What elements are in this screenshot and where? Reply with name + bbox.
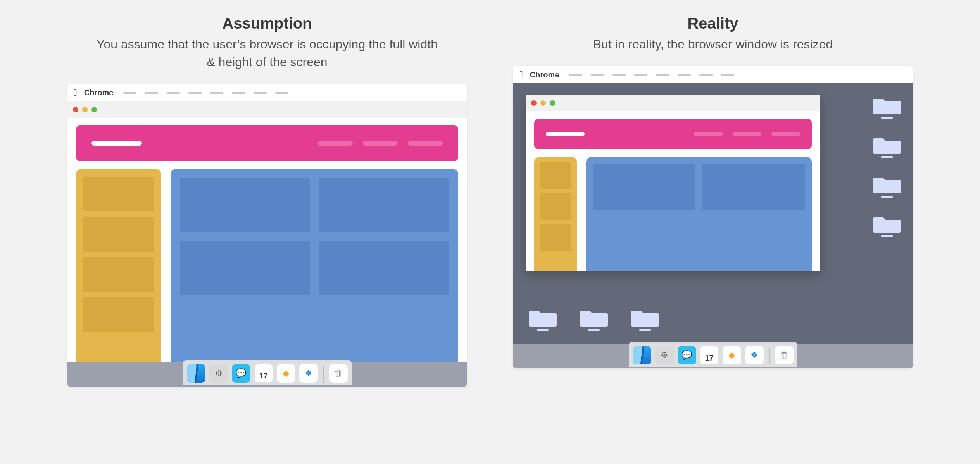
apple-logo-icon:  xyxy=(519,70,523,79)
desktop-folder-icon[interactable] xyxy=(873,213,901,237)
desktop-folder-icon[interactable] xyxy=(873,95,901,119)
assumption-monitor:  Chrome xyxy=(67,84,467,387)
menubar-items-placeholder xyxy=(569,74,734,76)
nav-item-placeholder[interactable] xyxy=(318,141,353,146)
dock-app-trash-icon[interactable]: 🗑 xyxy=(775,346,794,364)
sidebar-item-placeholder[interactable] xyxy=(83,297,154,332)
assumption-column: Assumption You assume that the user’s br… xyxy=(67,8,467,387)
page-layout xyxy=(534,157,812,271)
nav-item-placeholder[interactable] xyxy=(408,141,443,146)
page-body xyxy=(67,118,467,387)
window-zoom-icon[interactable] xyxy=(550,100,555,106)
page-sidebar xyxy=(534,157,577,271)
nav-item-placeholder[interactable] xyxy=(771,132,800,136)
page-body xyxy=(526,111,820,271)
nav-item-placeholder[interactable] xyxy=(694,132,723,136)
dock-app-calendar-icon[interactable]: 17 xyxy=(254,364,273,383)
page-logo-placeholder xyxy=(91,141,142,146)
browser-titlebar xyxy=(67,101,467,118)
desktop-folder-icon[interactable] xyxy=(873,174,901,198)
dock-background: ⚙ 💬 17 ◆ ❖ 🗑 xyxy=(513,344,913,368)
card-placeholder[interactable] xyxy=(319,178,449,232)
sidebar-item-placeholder[interactable] xyxy=(83,257,154,292)
sidebar-item-placeholder[interactable] xyxy=(540,193,571,220)
reality-title: Reality xyxy=(687,15,738,32)
dock: ⚙ 💬 17 ◆ ❖ 🗑 xyxy=(629,342,797,367)
mac-menubar:  Chrome xyxy=(513,66,913,83)
page-main-grid xyxy=(171,169,458,387)
card-placeholder[interactable] xyxy=(702,164,805,210)
browser-window-fullscreen xyxy=(67,101,467,387)
page-main-grid xyxy=(586,157,812,271)
window-minimize-icon[interactable] xyxy=(82,107,88,112)
comparison-diagram: Assumption You assume that the user’s br… xyxy=(0,0,980,410)
desktop-area: ⚙ 💬 17 ◆ ❖ 🗑 xyxy=(513,83,913,368)
assumption-desc: You assume that the user’s browser is oc… xyxy=(93,35,442,71)
dock-app-messages-icon[interactable]: 💬 xyxy=(678,346,696,364)
card-placeholder[interactable] xyxy=(319,241,449,295)
dock-app-dropbox-icon[interactable]: ❖ xyxy=(299,364,318,383)
browser-titlebar xyxy=(526,95,820,111)
page-sidebar xyxy=(76,169,161,387)
apple-logo-icon:  xyxy=(74,88,77,97)
dock-app-settings-icon[interactable]: ⚙ xyxy=(209,364,228,383)
sidebar-item-placeholder[interactable] xyxy=(540,162,571,189)
window-close-icon[interactable] xyxy=(531,100,537,106)
desktop-folders-bottom xyxy=(529,307,659,331)
page-header xyxy=(534,119,812,149)
reality-desc: But in reality, the browser window is re… xyxy=(593,35,833,53)
page-nav-placeholder xyxy=(318,141,443,146)
dock-app-sketch-icon[interactable]: ◆ xyxy=(277,364,295,383)
desktop-folders-right xyxy=(873,95,901,237)
page-layout xyxy=(76,169,458,387)
desktop-folder-icon[interactable] xyxy=(873,134,901,158)
dock-app-settings-icon[interactable]: ⚙ xyxy=(655,346,674,364)
card-placeholder[interactable] xyxy=(593,164,695,210)
card-placeholder[interactable] xyxy=(180,241,310,295)
sidebar-item-placeholder[interactable] xyxy=(83,217,154,252)
window-minimize-icon[interactable] xyxy=(540,100,546,106)
dock-app-calendar-icon[interactable]: 17 xyxy=(700,346,719,364)
sidebar-item-placeholder[interactable] xyxy=(540,224,571,251)
dock-app-finder-icon[interactable] xyxy=(187,364,205,383)
card-placeholder[interactable] xyxy=(180,178,310,232)
dock-background: ⚙ 💬 17 ◆ ❖ 🗑 xyxy=(67,362,467,387)
sidebar-item-placeholder[interactable] xyxy=(83,177,154,211)
dock-separator xyxy=(769,348,770,364)
reality-monitor:  Chrome xyxy=(513,66,913,368)
dock-app-sketch-icon[interactable]: ◆ xyxy=(723,346,741,364)
menubar-app-name: Chrome xyxy=(84,88,114,97)
desktop-area: ⚙ 💬 17 ◆ ❖ 🗑 xyxy=(67,101,467,387)
menubar-app-name: Chrome xyxy=(530,70,559,79)
nav-item-placeholder[interactable] xyxy=(733,132,761,136)
nav-item-placeholder[interactable] xyxy=(363,141,398,146)
desktop-folder-icon[interactable] xyxy=(529,307,557,331)
dock-app-messages-icon[interactable]: 💬 xyxy=(232,364,250,383)
dock-app-finder-icon[interactable] xyxy=(633,346,651,364)
desktop-folder-icon[interactable] xyxy=(580,307,608,331)
page-logo-placeholder xyxy=(546,132,585,136)
assumption-title: Assumption xyxy=(222,15,312,32)
dock: ⚙ 💬 17 ◆ ❖ 🗑 xyxy=(183,360,352,385)
dock-app-trash-icon[interactable]: 🗑 xyxy=(329,364,348,383)
window-zoom-icon[interactable] xyxy=(91,107,97,112)
dock-app-dropbox-icon[interactable]: ❖ xyxy=(745,346,764,364)
dock-separator xyxy=(323,366,324,383)
menubar-items-placeholder xyxy=(123,92,288,94)
desktop-folder-icon[interactable] xyxy=(631,307,659,331)
mac-menubar:  Chrome xyxy=(67,84,467,101)
page-header xyxy=(76,125,458,161)
browser-window-resized[interactable] xyxy=(526,95,820,271)
reality-column: Reality But in reality, the browser wind… xyxy=(513,8,913,387)
window-close-icon[interactable] xyxy=(73,107,78,112)
page-nav-placeholder xyxy=(694,132,800,136)
